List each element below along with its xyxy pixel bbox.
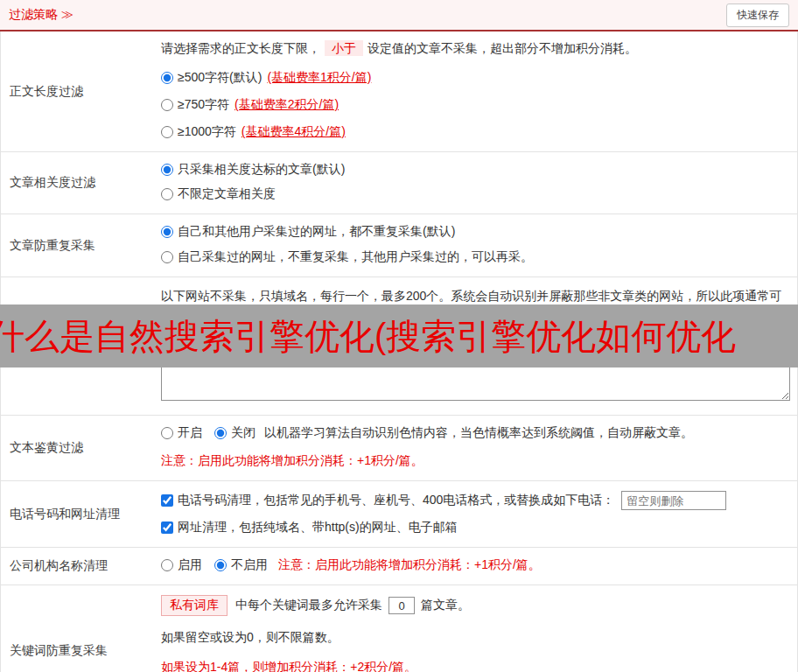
option-phone-cleanup[interactable]: 电话号码清理，包括常见的手机号、座机号、400电话格式，或替换成如下电话：	[161, 493, 614, 508]
body-length-intro: 请选择需求的正文长度下限，小于设定值的文章不采集，超出部分不增加积分消耗。	[161, 41, 790, 57]
radio-length-750[interactable]	[161, 99, 173, 111]
page-title[interactable]: 过滤策略 ≫	[9, 7, 74, 23]
option-label: 只采集相关度达标的文章(默认)	[178, 162, 345, 178]
option-label: 自己采集过的网址，不重复采集，其他用户采集过的，可以再采。	[178, 249, 533, 265]
private-lexicon-tag: 私有词库	[161, 595, 228, 616]
option-label: 启用	[178, 557, 202, 573]
radio-relevance-any[interactable]	[161, 188, 173, 200]
radio-dedup-global[interactable]	[161, 226, 173, 238]
less-than-highlight: 小于	[325, 40, 363, 56]
radio-company-on[interactable]	[161, 559, 173, 571]
row-label-dedup: 文章防重复采集	[1, 214, 154, 276]
option-note: (基础费率2积分/篇)	[234, 97, 339, 113]
porn-description: 以机器学习算法自动识别色情内容，当色情概率达到系统阈值，自动屏蔽文章。	[264, 425, 693, 441]
radio-porn-on[interactable]	[161, 427, 173, 439]
row-relevance: 文章相关度过滤 只采集相关度达标的文章(默认) 不限定文章相关度	[1, 152, 797, 214]
option-length-750[interactable]: ≥750字符	[161, 97, 229, 113]
option-note: (基础费率1积分/篇)	[267, 70, 371, 86]
row-label-company-cleanup: 公司机构名称清理	[1, 548, 154, 584]
option-company-on[interactable]: 启用	[161, 557, 202, 573]
option-label: 不限定文章相关度	[178, 186, 276, 202]
keyword-note-unlimited: 如果留空或设为0，则不限篇数。	[161, 630, 790, 646]
checkbox-url-cleanup[interactable]	[161, 522, 173, 534]
option-length-500[interactable]: ≥500字符(默认)	[161, 70, 262, 86]
keyword-line1-mid: 中每个关键词最多允许采集	[235, 598, 382, 613]
option-porn-on[interactable]: 开启	[161, 425, 202, 441]
row-label-relevance: 文章相关度过滤	[1, 152, 154, 214]
option-label: 网址清理，包括纯域名、带http(s)的网址、电子邮箱	[178, 520, 458, 536]
porn-cost-note: 注意：启用此功能将增加积分消耗：+1积分/篇。	[161, 453, 790, 469]
option-note: (基础费率4积分/篇)	[242, 124, 346, 140]
radio-company-off[interactable]	[214, 559, 227, 571]
option-label: ≥500字符(默认)	[178, 70, 262, 86]
option-label: 自己和其他用户采集过的网址，都不重复采集(默认)	[178, 224, 455, 240]
option-label: 电话号码清理，包括常见的手机号、座机号、400电话格式，或替换成如下电话：	[178, 493, 614, 508]
option-dedup-self[interactable]: 自己采集过的网址，不重复采集，其他用户采集过的，可以再采。	[161, 249, 533, 265]
option-length-1000[interactable]: ≥1000字符	[161, 124, 236, 140]
row-phone-url-cleanup: 电话号码和网址清理 电话号码清理，包括常见的手机号、座机号、400电话格式，或替…	[1, 481, 797, 548]
option-label: 开启	[178, 425, 202, 441]
keyword-line1-end: 篇文章。	[421, 598, 470, 613]
header-bar: 过滤策略 ≫ 快速保存	[0, 0, 798, 32]
row-label-porn-filter: 文本鉴黄过滤	[1, 416, 154, 480]
row-label-body-length: 正文长度过滤	[1, 32, 154, 151]
option-dedup-global[interactable]: 自己和其他用户采集过的网址，都不重复采集(默认)	[161, 224, 455, 240]
quick-save-button[interactable]: 快速保存	[726, 4, 789, 27]
radio-relevance-strict[interactable]	[161, 164, 173, 176]
row-company-cleanup: 公司机构名称清理 启用 不启用 注意：启用此功能将增加积分消耗：+1积分/篇。	[1, 548, 797, 585]
row-label-phone-url: 电话号码和网址清理	[1, 481, 154, 547]
option-porn-off[interactable]: 关闭	[214, 425, 256, 441]
radio-dedup-self[interactable]	[161, 251, 173, 263]
row-body-length: 正文长度过滤 请选择需求的正文长度下限，小于设定值的文章不采集，超出部分不增加积…	[1, 32, 797, 152]
radio-porn-off[interactable]	[214, 427, 227, 439]
option-company-off[interactable]: 不启用	[214, 557, 268, 573]
option-label: ≥1000字符	[178, 124, 236, 140]
radio-length-1000[interactable]	[161, 126, 173, 138]
floating-marquee-overlay[interactable]: 什么是自然搜索引擎优化(搜索引擎优化如何优化	[0, 304, 798, 368]
row-dedup: 文章防重复采集 自己和其他用户采集过的网址，都不重复采集(默认) 自己采集过的网…	[1, 214, 797, 277]
keyword-limit-input[interactable]	[388, 597, 415, 614]
checkbox-phone-cleanup[interactable]	[161, 494, 173, 507]
row-keyword-dedup: 关键词防重复采集 私有词库 中每个关键词最多允许采集 篇文章。 如果留空或设为0…	[1, 585, 797, 672]
option-label: 关闭	[231, 425, 256, 441]
keyword-note-cost: 如果设为1-4篇，则增加积分消耗：+2积分/篇。	[161, 660, 790, 672]
row-label-keyword-dedup: 关键词防重复采集	[1, 585, 154, 672]
replacement-phone-input[interactable]	[621, 491, 726, 510]
option-relevance-strict[interactable]: 只采集相关度达标的文章(默认)	[161, 162, 345, 178]
option-url-cleanup[interactable]: 网址清理，包括纯域名、带http(s)的网址、电子邮箱	[161, 520, 458, 536]
option-label: 不启用	[231, 557, 268, 573]
option-label: ≥750字符	[178, 97, 229, 113]
row-porn-filter: 文本鉴黄过滤 开启 关闭 以机器学习算法自动识别色情内容，当色情概率达到系统阈值…	[1, 416, 797, 481]
option-relevance-any[interactable]: 不限定文章相关度	[161, 186, 276, 202]
company-cost-note: 注意：启用此功能将增加积分消耗：+1积分/篇。	[278, 557, 541, 573]
radio-length-500[interactable]	[161, 72, 173, 84]
marquee-text: 什么是自然搜索引擎优化(搜索引擎优化如何优化	[0, 312, 736, 360]
